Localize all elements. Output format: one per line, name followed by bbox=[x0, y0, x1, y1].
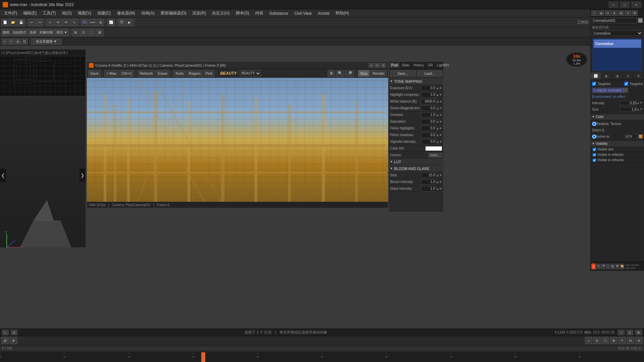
color-icon[interactable]: 🎨 bbox=[620, 264, 624, 269]
bt-right2[interactable]: ⊡ bbox=[593, 337, 601, 344]
close-button[interactable]: × bbox=[631, 1, 641, 8]
mat-color-swatch[interactable] bbox=[638, 18, 643, 23]
tb-redo[interactable]: ↪ bbox=[36, 19, 43, 26]
bt-right3[interactable]: ⬡ bbox=[602, 337, 609, 344]
fp-add[interactable]: + bbox=[591, 10, 597, 16]
menu-item-12[interactable]: 内容 bbox=[253, 10, 266, 17]
bt-right4[interactable]: ⊞ bbox=[610, 337, 618, 344]
fp-btn4[interactable]: ⊞ bbox=[618, 10, 624, 16]
color-section-header[interactable]: ▼ Color bbox=[591, 114, 644, 120]
flag-icon[interactable]: ⚑ bbox=[615, 264, 620, 269]
fp-btn2[interactable]: ⊙ bbox=[605, 10, 611, 16]
bs-spin[interactable]: ▲▼ bbox=[436, 174, 442, 177]
gi-spin[interactable]: ▲▼ bbox=[436, 187, 442, 190]
bt-btn1[interactable]: 🔊 bbox=[1, 337, 9, 344]
tb-mirror[interactable]: ⟺ bbox=[89, 19, 96, 26]
menu-item-1[interactable]: 编辑(E) bbox=[20, 10, 39, 17]
bloom-section[interactable]: ▼ BLOOM AND GLARE bbox=[389, 165, 443, 172]
tb-save[interactable]: 💾 bbox=[17, 19, 25, 26]
tb3-btn3[interactable]: ◎ bbox=[15, 39, 21, 45]
fp-btn1[interactable]: ◈ bbox=[598, 10, 604, 16]
fsh-spin[interactable]: ▲▼ bbox=[436, 133, 442, 137]
highlight-spin[interactable]: ▲▼ bbox=[436, 93, 442, 97]
vis-refract-check[interactable] bbox=[593, 159, 596, 162]
fp-btn3[interactable]: ● bbox=[611, 10, 618, 16]
size-spin[interactable]: ▲▼ bbox=[637, 108, 643, 111]
bloom-intensity-input[interactable] bbox=[421, 179, 436, 185]
timeline-thumb[interactable] bbox=[201, 352, 205, 362]
bt-right1[interactable]: ⊹ bbox=[585, 337, 592, 344]
note-icon[interactable]: ♪ bbox=[606, 264, 610, 269]
menu-item-7[interactable]: 动画(A) bbox=[139, 10, 157, 17]
intensity-input[interactable] bbox=[620, 101, 637, 105]
menu-item-2[interactable]: 工具(T) bbox=[40, 10, 58, 17]
vis-direct-check[interactable] bbox=[593, 148, 596, 151]
tab-stats[interactable]: Stats bbox=[400, 63, 411, 68]
vignette-input[interactable] bbox=[421, 139, 436, 144]
color-tint-swatch[interactable] bbox=[425, 146, 442, 151]
int-spin[interactable]: ▲▼ bbox=[637, 101, 643, 105]
tab-refract[interactable]: ◑ bbox=[612, 72, 623, 79]
tab-bump[interactable]: ≋ bbox=[623, 72, 633, 79]
tb2-extra2[interactable]: ⊡ bbox=[80, 29, 87, 36]
add-excluded-btn[interactable]: + bbox=[623, 88, 628, 93]
bt-right6[interactable]: ⊟ bbox=[627, 337, 634, 344]
curves-editor-btn[interactable]: Editor... bbox=[428, 153, 442, 158]
filmic-hi-input[interactable] bbox=[421, 126, 436, 131]
tb2-paint[interactable]: 对象绘制 bbox=[38, 29, 54, 36]
tb-render[interactable]: ▶ bbox=[126, 19, 133, 26]
menu-item-5[interactable]: 创建(C) bbox=[95, 10, 114, 17]
tb-curve-editor[interactable]: 📈 bbox=[107, 19, 115, 26]
vfb-stop-btn[interactable]: Stop bbox=[358, 70, 370, 77]
vfb-minimize[interactable]: ─ bbox=[369, 63, 374, 68]
menu-item-13[interactable]: Substance bbox=[267, 10, 291, 16]
kelvin-spin[interactable]: : bbox=[637, 135, 638, 138]
view-btn2[interactable]: ⊡ bbox=[627, 330, 633, 335]
vfb-pick-btn[interactable]: Pick bbox=[204, 70, 215, 77]
visibility-section-header[interactable]: ▼ Visibility bbox=[591, 141, 644, 147]
tb-undo[interactable]: ↩ bbox=[28, 19, 35, 26]
vfb-zoom-in[interactable]: 🔍 bbox=[336, 70, 344, 77]
fhi-spin[interactable]: ▲▼ bbox=[436, 127, 442, 130]
saturation-input[interactable] bbox=[421, 119, 436, 124]
nav-arrow-left[interactable]: ❮ bbox=[0, 169, 6, 182]
status-icon[interactable]: ▷ bbox=[2, 330, 9, 335]
tb-new[interactable]: 📄 bbox=[1, 19, 9, 26]
targeted2-checkbox[interactable] bbox=[624, 82, 628, 86]
vfb-zoom-out[interactable]: 🔎 bbox=[345, 70, 354, 77]
tb3-btn4[interactable]: ⊡ bbox=[21, 39, 28, 45]
bi-spin[interactable]: ▲▼ bbox=[436, 180, 442, 184]
tab-reflect[interactable]: ◐ bbox=[601, 72, 612, 79]
menu-item-3[interactable]: 组(G) bbox=[59, 10, 74, 17]
vis-reflect-check[interactable] bbox=[593, 153, 596, 157]
menu-item-0[interactable]: 文件(F) bbox=[1, 10, 20, 17]
realistic-radio[interactable] bbox=[592, 122, 596, 126]
material-name-input[interactable] bbox=[592, 18, 637, 23]
bt-right5[interactable]: ✎ bbox=[619, 337, 626, 344]
vfb-render-btn[interactable]: Render bbox=[371, 70, 387, 77]
menu-item-15[interactable]: Arnold bbox=[315, 10, 332, 16]
tb-move[interactable]: ✛ bbox=[54, 19, 62, 26]
nav-arrow-right[interactable]: ❯ bbox=[79, 169, 86, 182]
vfb-region-btn[interactable]: Region bbox=[187, 70, 203, 77]
kelvin-input[interactable] bbox=[625, 134, 637, 139]
contrast-spin[interactable]: ▲▼ bbox=[436, 113, 442, 117]
tb2-model[interactable]: 建模 bbox=[1, 29, 11, 36]
white-balance-input[interactable] bbox=[421, 99, 436, 104]
tb2-freeform[interactable]: 自由形式 bbox=[11, 29, 28, 36]
tb-scale[interactable]: ⤡ bbox=[70, 19, 78, 26]
vfb-zoom-fit[interactable]: ⊞ bbox=[328, 70, 335, 77]
vfb-erase-btn[interactable]: Erase bbox=[156, 70, 169, 77]
menu-item-9[interactable]: 渲染(R) bbox=[190, 10, 209, 17]
vfb-max-btn[interactable]: > Max bbox=[104, 70, 118, 77]
vfb-refresh-btn[interactable]: Refresh bbox=[138, 70, 155, 77]
menu-item-10[interactable]: 自定义(U) bbox=[209, 10, 232, 17]
tb-align[interactable]: ⊟ bbox=[97, 19, 104, 26]
vfb-titlebar[interactable]: Corona 6 (Hotfix 2) | 448×167px (1:1) | … bbox=[87, 62, 388, 69]
tb3-btn1[interactable]: ⊹ bbox=[1, 39, 7, 45]
menu-item-14[interactable]: Civil View bbox=[291, 10, 314, 16]
tab-history[interactable]: History bbox=[412, 63, 426, 68]
polygon-label[interactable]: 多边形建模 ▼ bbox=[31, 39, 61, 45]
vfb-maximize[interactable]: □ bbox=[375, 63, 380, 68]
menu-item-4[interactable]: 视图(V) bbox=[75, 10, 94, 17]
